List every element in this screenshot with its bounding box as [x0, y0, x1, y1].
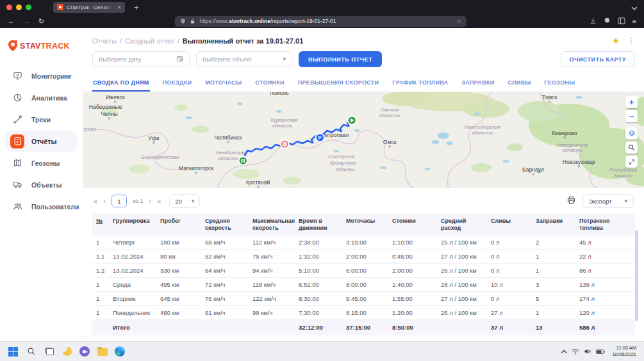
- sidebar-toggle-icon[interactable]: [618, 15, 625, 27]
- favorite-star-icon[interactable]: ★: [612, 36, 620, 45]
- column-header: Заправки: [532, 218, 575, 225]
- logo-pin-icon: [8, 40, 18, 52]
- page-size-select[interactable]: 20 ▾: [169, 194, 200, 208]
- first-page-button[interactable]: «: [94, 198, 97, 205]
- browser-tab-title: СтавТрак - Онлайн мониторинг: [67, 4, 114, 10]
- table-cell: Понедельник: [109, 309, 156, 316]
- prev-page-button[interactable]: ‹: [103, 198, 106, 205]
- tab-0[interactable]: СВОДКА ПО ДНЯМ: [92, 76, 150, 92]
- edge-browser-icon[interactable]: [115, 346, 125, 357]
- taskbar-clock[interactable]: 11:00 AM 10/05/2021: [612, 345, 636, 358]
- route-marker-play[interactable]: [348, 116, 356, 125]
- table-row[interactable]: 1Среда495 км72 км/ч118 км/ч6:52:008:00:0…: [92, 278, 635, 292]
- fullscreen-button[interactable]: [625, 156, 638, 168]
- layers-button[interactable]: [625, 127, 638, 140]
- start-button[interactable]: [8, 346, 19, 357]
- breadcrumb-summary-link[interactable]: Сводный отчет: [125, 37, 174, 45]
- map[interactable]: ИжевскНабережныеЧелныУфаЧелябинскМагнито…: [83, 92, 644, 188]
- breadcrumb-reports-link[interactable]: Отчеты: [92, 37, 117, 45]
- sidebar-item-analytics[interactable]: Аналитика: [5, 87, 78, 108]
- back-icon[interactable]: ←: [8, 18, 15, 25]
- tab-3[interactable]: СТОЯНКИ: [254, 76, 285, 92]
- last-page-button[interactable]: »: [157, 198, 161, 205]
- sidebar-item-monitoring[interactable]: Мониторинг: [5, 65, 78, 86]
- tab-8[interactable]: ГЕОЗОНЫ: [543, 76, 575, 92]
- taskbar-search-icon[interactable]: [26, 346, 37, 357]
- total-cell: 32:12:00: [295, 324, 342, 331]
- route-marker-parking[interactable]: P: [316, 134, 324, 142]
- table-cell: 2:38:00: [295, 239, 342, 246]
- table-row[interactable]: 1Четверг180 км68 км/ч112 км/ч2:38:003:15…: [92, 236, 635, 250]
- table-row[interactable]: 1.113.02.202480 км52 км/ч75 км/ч1:32:002…: [92, 250, 635, 264]
- sidebar-item-reports[interactable]: Отчёты: [5, 131, 78, 152]
- vertical-scrollbar[interactable]: [635, 230, 638, 321]
- sidebar-item-tracks[interactable]: Треки: [5, 109, 78, 130]
- page-number-input[interactable]: 1: [111, 195, 127, 207]
- chat-icon[interactable]: [79, 346, 90, 357]
- table-cell: 1: [92, 239, 109, 246]
- zoom-in-button[interactable]: +: [625, 96, 638, 108]
- system-tray[interactable]: 11:00 AM 10/05/2021: [561, 345, 636, 358]
- tab-1[interactable]: ПОЕЗДКИ: [162, 76, 193, 92]
- kebab-menu-icon[interactable]: ⋮: [627, 37, 635, 45]
- table-cell: 6:00:00: [342, 267, 388, 274]
- table-cell: 139 л: [575, 281, 635, 288]
- print-icon[interactable]: [566, 195, 576, 207]
- table-cell: 1.2: [92, 267, 109, 274]
- sidebar-item-users[interactable]: Пользователи: [5, 196, 78, 217]
- table-cell: 45 л: [575, 239, 635, 246]
- sidebar-item-label: Объекты: [31, 181, 62, 189]
- stavtrack-app: STAVTRACK МониторингАналитикаТрекиОтчёты…: [0, 28, 644, 341]
- browser-toolbar: ← → ↻ https://www.stavtrack.online/repor…: [0, 14, 644, 28]
- tab-close-icon[interactable]: ×: [117, 4, 121, 11]
- zoom-out-button[interactable]: −: [625, 110, 638, 122]
- menu-icon[interactable]: ≡: [632, 17, 636, 25]
- table-row[interactable]: 1.213.02.2024330 км64 км/ч94 км/ч5:10:00…: [92, 264, 635, 278]
- route-marker-pause[interactable]: [239, 157, 247, 165]
- report-tabs: СВОДКА ПО ДНЯМПОЕЗДКИМОТОЧАСЫСТОЯНКИПРЕВ…: [83, 74, 644, 92]
- total-cell: 37:15:00: [342, 324, 388, 331]
- task-view-icon[interactable]: [44, 346, 54, 357]
- geofence-icon: [10, 156, 24, 170]
- window-close-button[interactable]: [6, 4, 12, 10]
- next-page-button[interactable]: ›: [149, 198, 151, 205]
- clear-map-button[interactable]: ОЧИСТИТЬ КАРТУ: [561, 51, 635, 67]
- sidebar-item-geozones[interactable]: Геозоны: [5, 152, 78, 173]
- downloads-icon[interactable]: [590, 15, 597, 27]
- extensions-icon[interactable]: [604, 15, 611, 27]
- table-row[interactable]: 1Вторник645 км76 км/ч122 км/ч8:30:009:45…: [92, 292, 635, 306]
- window-minimize-button[interactable]: [16, 4, 22, 10]
- sidebar-item-objects[interactable]: Объекты: [5, 174, 78, 195]
- tab-2[interactable]: МОТОЧАСЫ: [204, 76, 242, 92]
- stavtrack-logo[interactable]: STAVTRACK: [0, 36, 83, 65]
- window-maximize-button[interactable]: [26, 4, 31, 10]
- file-explorer-icon[interactable]: [97, 346, 108, 357]
- tab-6[interactable]: ЗАПРАВКИ: [461, 76, 495, 92]
- date-input[interactable]: Выберите дату: [92, 51, 190, 67]
- reload-icon[interactable]: ↻: [38, 18, 44, 25]
- forward-icon[interactable]: →: [23, 18, 30, 25]
- map-search-button[interactable]: [625, 141, 638, 154]
- browser-tab[interactable]: СтавТрак - Онлайн мониторинг ×: [53, 2, 125, 13]
- url-bar[interactable]: https://www.stavtrack.online/reports/rep…: [175, 16, 466, 27]
- column-header: №: [92, 218, 109, 225]
- bookmark-star-icon[interactable]: ☆: [456, 18, 461, 24]
- object-select[interactable]: Выберите объект ▾: [196, 51, 292, 67]
- new-tab-button[interactable]: +: [134, 3, 139, 12]
- table-row[interactable]: 1Понедельник460 км61 км/ч99 км/ч7:30:008…: [92, 306, 635, 320]
- page-count-label: из 1: [133, 198, 144, 204]
- tab-7[interactable]: СЛИВЫ: [507, 76, 531, 92]
- table-cell: 1: [92, 295, 109, 302]
- tracking-shield-icon[interactable]: [180, 15, 186, 27]
- table-cell: 1: [92, 309, 109, 316]
- night-mode-moon-icon[interactable]: [62, 346, 72, 357]
- tab-list-chevron-icon[interactable]: [631, 1, 638, 13]
- export-select[interactable]: Экспорт ▾: [582, 194, 634, 208]
- map-controls: + −: [625, 96, 638, 168]
- tab-5[interactable]: ГРАФИК ТОПЛИВА: [392, 76, 449, 92]
- route-marker-alert[interactable]: [281, 140, 289, 148]
- run-report-button[interactable]: ВЫПОЛНИТЬ ОТЧЕТ: [299, 51, 382, 67]
- calendar-icon[interactable]: [176, 55, 183, 63]
- tab-4[interactable]: ПРЕВЫШЕНИЯ СКОРОСТИ: [297, 76, 380, 92]
- report-controls: Выберите дату Выберите объект ▾ ВЫПОЛНИТ…: [83, 49, 644, 74]
